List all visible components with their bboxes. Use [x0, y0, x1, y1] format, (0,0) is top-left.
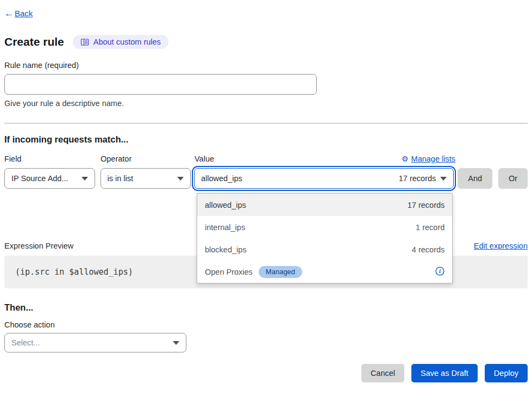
deploy-button[interactable]: Deploy	[485, 364, 528, 382]
cancel-button[interactable]: Cancel	[361, 364, 404, 382]
list-option-name: internal_ips	[205, 223, 245, 232]
field-select[interactable]: IP Source Add...	[4, 168, 95, 189]
chevron-down-icon	[173, 341, 179, 345]
rule-name-helper: Give your rule a descriptive name.	[4, 99, 528, 108]
manage-lists-label: Manage lists	[411, 154, 455, 163]
value-select-wrap: allowed_ips 17 records allowed_ips 17 re…	[194, 168, 454, 189]
field-select-value: IP Source Add...	[11, 174, 68, 183]
back-link[interactable]: ← Back	[4, 9, 33, 18]
info-icon[interactable]: i	[435, 267, 445, 277]
expression-code: (ip.src in $allowed_ips)	[15, 267, 133, 277]
operator-label: Operator	[101, 154, 191, 163]
list-dropdown-panel: allowed_ips 17 records internal_ips 1 re…	[197, 193, 453, 283]
create-rule-page: ← Back Create rule About custom rules Ru…	[0, 0, 532, 382]
chevron-down-icon	[82, 177, 88, 181]
list-option-open-proxies[interactable]: Open Proxies Managed i	[197, 261, 452, 283]
value-select-meta: 17 records	[399, 174, 436, 183]
then-heading: Then...	[4, 302, 528, 313]
rule-name-label: Rule name (required)	[4, 61, 528, 70]
list-option-name: allowed_ips	[205, 201, 246, 209]
edit-expression-link[interactable]: Edit expression	[474, 242, 528, 250]
operator-select-value: is in list	[108, 174, 134, 183]
book-icon	[80, 38, 89, 46]
list-option-meta: 1 record	[416, 223, 445, 232]
back-arrow-icon: ←	[4, 9, 14, 18]
field-label: Field	[4, 154, 95, 163]
footer-actions: Cancel Save as Draft Deploy	[4, 364, 528, 382]
svg-text:i: i	[439, 268, 441, 274]
or-button[interactable]: Or	[498, 168, 528, 189]
choose-action-label: Choose action	[4, 320, 528, 329]
page-title: Create rule	[4, 35, 64, 48]
list-option-name: blocked_ips	[205, 245, 247, 254]
list-option-name: Open Proxies	[205, 268, 253, 276]
list-option-blocked-ips[interactable]: blocked_ips 4 records	[197, 238, 452, 261]
manage-lists-link[interactable]: ⚙ Manage lists	[402, 154, 455, 163]
operator-select[interactable]: is in list	[101, 168, 191, 189]
match-section-heading: If incoming requests match...	[4, 134, 528, 145]
about-custom-rules-link[interactable]: About custom rules	[73, 35, 168, 49]
value-select-value: allowed_ips	[201, 174, 242, 183]
list-option-allowed-ips[interactable]: allowed_ips 17 records	[197, 194, 452, 216]
chevron-down-icon	[440, 177, 447, 181]
action-select[interactable]: Select...	[4, 333, 186, 352]
save-as-draft-button[interactable]: Save as Draft	[411, 364, 478, 382]
gear-icon: ⚙	[402, 155, 409, 163]
value-label: Value	[195, 154, 214, 163]
and-button[interactable]: And	[458, 168, 492, 189]
title-row: Create rule About custom rules	[4, 35, 528, 49]
action-select-placeholder: Select...	[11, 338, 40, 347]
value-select[interactable]: allowed_ips 17 records	[194, 168, 454, 189]
list-option-internal-ips[interactable]: internal_ips 1 record	[197, 216, 452, 238]
managed-badge: Managed	[259, 266, 302, 278]
expression-preview-label: Expression Preview	[4, 242, 73, 250]
chevron-down-icon	[177, 177, 184, 181]
list-option-meta: 17 records	[408, 201, 445, 209]
condition-labels-row: Field Operator Value ⚙ Manage lists	[4, 154, 528, 163]
section-divider	[4, 123, 528, 123]
list-option-meta: 4 records	[412, 245, 445, 254]
about-custom-rules-label: About custom rules	[93, 38, 161, 46]
rule-name-input[interactable]	[4, 74, 317, 95]
condition-row: IP Source Add... is in list allowed_ips …	[4, 168, 528, 189]
back-link-label: Back	[15, 9, 33, 18]
